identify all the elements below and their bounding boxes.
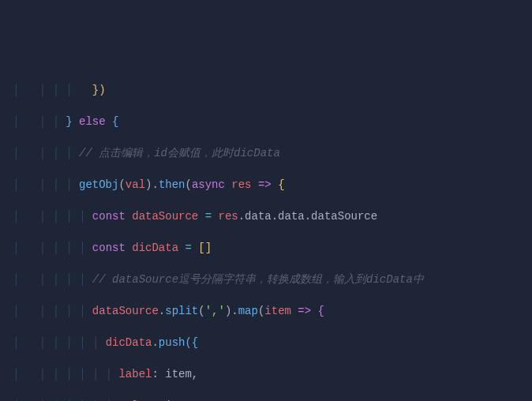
code-line: │ │ │ │ │ │ │ label: item, [0,366,532,382]
code-line: │ │ │ │ // 点击编辑，id会赋值，此时dicData [0,145,532,161]
code-line: │ │ │ │ │ dataSource.split(',').map(item… [0,303,532,319]
code-line: │ │ │ } else { [0,114,532,129]
code-line: │ │ │ │ getObj(val).then(async res => { [0,177,532,193]
code-editor[interactable]: │ │ │ │ }) │ │ │ } else { │ │ │ │ // 点击编… [0,66,532,401]
code-line: │ │ │ │ │ const dataSource = res.data.da… [0,208,532,224]
code-line: │ │ │ │ │ const dicData = [] [0,240,532,256]
code-line: │ │ │ │ │ │ │ value: item [0,398,532,401]
code-line: │ │ │ │ }) [0,82,532,98]
code-line: │ │ │ │ │ │ dicData.push({ [0,335,532,350]
code-line: │ │ │ │ │ // dataSource逗号分隔字符串，转换成数组，输入到… [0,272,532,287]
